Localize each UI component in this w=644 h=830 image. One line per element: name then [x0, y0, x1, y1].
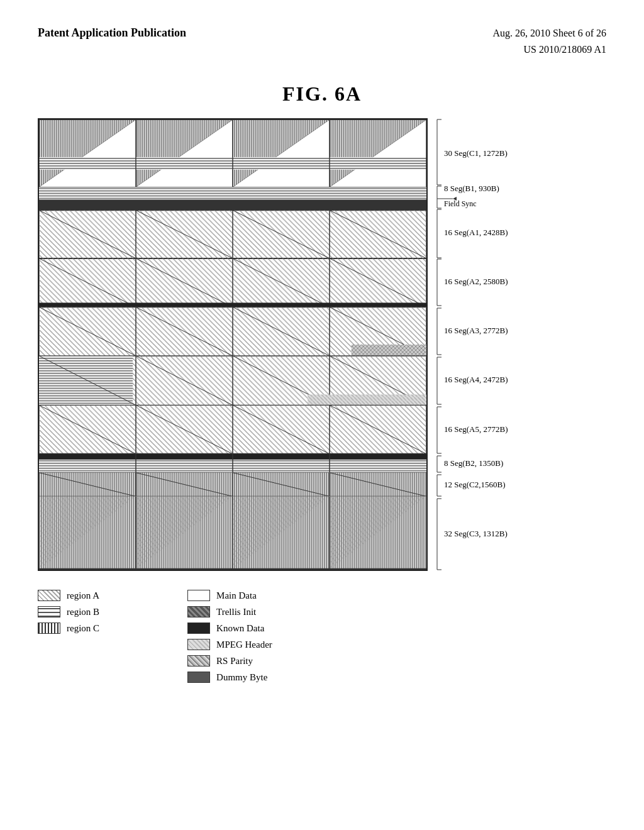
svg-text:Field Sync: Field Sync [444, 199, 477, 208]
svg-rect-49 [39, 303, 426, 307]
page-header: Patent Application Publication Aug. 26, … [0, 0, 644, 64]
legend-item-region-c: region C [38, 622, 99, 634]
svg-rect-70 [308, 395, 426, 406]
legend-item-known-data: Known Data [187, 622, 272, 634]
legend-item-region-b: region B [38, 606, 99, 617]
legend-label-region-a: region A [67, 590, 99, 601]
svg-text:16 Seg(A2, 2580B): 16 Seg(A2, 2580B) [444, 277, 508, 286]
svg-text:8 Seg(B1, 930B): 8 Seg(B1, 930B) [444, 184, 499, 193]
legend-label-known-data: Known Data [216, 623, 264, 634]
legend-label-rs-parity: RS Parity [216, 656, 253, 667]
legend-swatch-mpeg-header [187, 639, 210, 650]
legend-item-trellis-init: Trellis Init [187, 606, 272, 617]
svg-text:16 Seg(A1, 2428B): 16 Seg(A1, 2428B) [444, 228, 508, 237]
diagram-svg [39, 119, 426, 570]
labels-svg: 30 Seg(C1, 1272B) 8 Seg(B1, 930B) Field … [434, 118, 585, 571]
publication-info: Aug. 26, 2010 Sheet 6 of 26 US 2010/2180… [493, 25, 606, 57]
legend-area: region A region B region C Main Data Tre… [38, 590, 606, 683]
diagram-container: 30 Seg(C1, 1272B) 8 Seg(B1, 930B) Field … [38, 118, 606, 571]
svg-text:8 Seg(B2, 1350B): 8 Seg(B2, 1350B) [444, 458, 503, 468]
legend-swatch-region-b [38, 606, 60, 617]
pub-title-text: Patent Application Publication [38, 26, 186, 39]
diagram-labels: 30 Seg(C1, 1272B) 8 Seg(B1, 930B) Field … [434, 118, 585, 571]
legend-item-region-a: region A [38, 590, 99, 601]
legend-label-trellis-init: Trellis Init [216, 607, 256, 617]
figure-title: FIG. 6A [0, 82, 644, 106]
svg-text:16 Seg(A3, 2772B): 16 Seg(A3, 2772B) [444, 326, 508, 335]
svg-text:16 Seg(A4, 2472B): 16 Seg(A4, 2472B) [444, 375, 508, 384]
legend-swatch-known-data [187, 622, 210, 634]
legend-swatch-region-c [38, 622, 60, 634]
svg-text:12 Seg(C2,1560B): 12 Seg(C2,1560B) [444, 480, 506, 489]
legend-label-region-b: region B [67, 607, 99, 617]
svg-text:30 Seg(C1, 1272B): 30 Seg(C1, 1272B) [444, 148, 508, 158]
legend-item-mpeg-header: MPEG Header [187, 639, 272, 650]
legend-right-col: Main Data Trellis Init Known Data MPEG H… [187, 590, 272, 683]
publication-label: Patent Application Publication [38, 25, 186, 41]
legend-item-main-data: Main Data [187, 590, 272, 601]
svg-rect-29 [39, 187, 426, 200]
legend-swatch-main-data [187, 590, 210, 601]
svg-rect-30 [39, 200, 426, 211]
svg-rect-59 [352, 345, 426, 356]
date-sheet-info: Aug. 26, 2010 Sheet 6 of 26 [493, 25, 606, 42]
svg-text:32 Seg(C3, 1312B): 32 Seg(C3, 1312B) [444, 529, 508, 538]
patent-number: US 2010/218069 A1 [493, 42, 606, 58]
legend-swatch-trellis-init [187, 606, 210, 617]
legend-item-dummy-byte: Dummy Byte [187, 672, 272, 683]
legend-label-dummy-byte: Dummy Byte [216, 672, 267, 683]
legend-label-region-c: region C [67, 623, 99, 634]
legend-swatch-region-a [38, 590, 60, 601]
svg-text:16 Seg(A5, 2772B): 16 Seg(A5, 2772B) [444, 424, 508, 434]
legend-item-rs-parity: RS Parity [187, 655, 272, 667]
legend-label-mpeg-header: MPEG Header [216, 639, 272, 650]
legend-swatch-dummy-byte [187, 672, 210, 683]
legend-label-main-data: Main Data [216, 590, 257, 601]
legend-left-col: region A region B region C [38, 590, 99, 683]
legend-swatch-rs-parity [187, 655, 210, 667]
diagram-box [38, 118, 428, 571]
